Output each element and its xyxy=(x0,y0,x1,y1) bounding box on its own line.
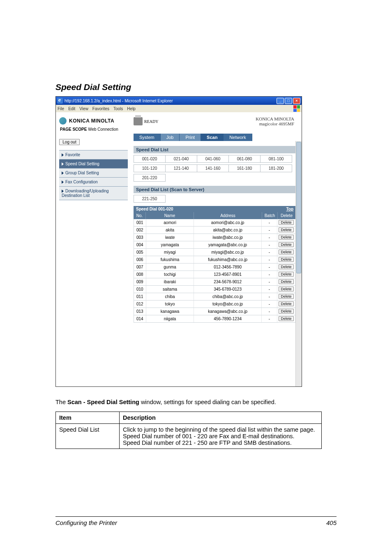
cell-batch: - xyxy=(262,249,277,256)
subbrand-prefix: PAGE SCOPE xyxy=(60,127,87,132)
delete-button[interactable]: Delete xyxy=(279,242,293,247)
cell-delete: Delete xyxy=(277,293,295,300)
delete-button[interactable]: Delete xyxy=(279,235,293,240)
cell-item: Speed Dial List xyxy=(56,423,120,449)
cell-delete: Delete xyxy=(277,234,295,241)
page-heading: Speed Dial Setting xyxy=(55,82,337,92)
footer-title: Configuring the Printer xyxy=(55,519,117,526)
range-link[interactable]: 001-020 xyxy=(134,155,166,163)
tab-job[interactable]: Job xyxy=(161,134,180,141)
th-description: Description xyxy=(120,412,322,423)
cell-no: 003 xyxy=(134,234,146,241)
minimize-button[interactable]: _ xyxy=(277,98,284,104)
delete-button[interactable]: Delete xyxy=(279,294,293,299)
sidebar-item-fax-config[interactable]: Fax Configuration xyxy=(59,177,128,186)
cell-name: iwate xyxy=(146,234,194,241)
table-row: 007gunma012-3456-7890-Delete xyxy=(134,264,296,271)
range-link[interactable]: 141-160 xyxy=(197,164,229,172)
cell-address: fukushima@abc.co.jp xyxy=(194,256,262,263)
cell-delete: Delete xyxy=(277,264,295,271)
cell-delete: Delete xyxy=(277,286,295,293)
delete-button[interactable]: Delete xyxy=(279,301,293,306)
menu-favorites[interactable]: Favorites xyxy=(92,106,109,111)
cell-no: 005 xyxy=(134,249,146,256)
cell-address: chiba@abc.co.jp xyxy=(194,293,262,300)
speed-dial-list-title: Speed Dial List xyxy=(134,146,296,153)
range-link[interactable]: 161-180 xyxy=(228,164,261,172)
cell-no: 012 xyxy=(134,301,146,308)
range-link[interactable]: 121-140 xyxy=(165,164,197,172)
cell-delete: Delete xyxy=(277,301,295,308)
cell-no: 004 xyxy=(134,241,146,248)
cell-delete: Delete xyxy=(277,249,295,256)
windows-logo-icon xyxy=(293,105,300,112)
range-link[interactable]: 061-080 xyxy=(228,155,261,163)
tab-scan[interactable]: Scan xyxy=(201,134,224,141)
delete-button[interactable]: Delete xyxy=(279,272,293,277)
sidebar-item-speed-dial[interactable]: Speed Dial Setting xyxy=(59,159,128,168)
cell-delete: Delete xyxy=(277,308,295,315)
delete-button[interactable]: Delete xyxy=(279,257,293,262)
cell-delete: Delete xyxy=(277,278,295,285)
scrollbar[interactable] xyxy=(295,141,302,386)
th-name: Name xyxy=(146,212,194,219)
delete-button[interactable]: Delete xyxy=(279,250,293,254)
scroll-thumb[interactable] xyxy=(296,142,301,273)
menubar: File Edit View Favorites Tools Help xyxy=(56,105,302,112)
range-link[interactable]: 021-040 xyxy=(165,155,197,163)
cell-name: fukushima xyxy=(146,256,194,263)
delete-button[interactable]: Delete xyxy=(279,316,293,321)
delete-button[interactable]: Delete xyxy=(279,227,293,232)
cell-batch: - xyxy=(262,278,277,285)
range-link[interactable]: 081-100 xyxy=(260,155,292,163)
delete-button[interactable]: Delete xyxy=(279,309,293,314)
top-link[interactable]: Top xyxy=(286,207,293,211)
cell-name: chiba xyxy=(146,293,194,300)
menu-tools[interactable]: Tools xyxy=(113,106,123,111)
delete-button[interactable]: Delete xyxy=(279,287,293,291)
cell-delete: Delete xyxy=(277,256,295,263)
table-row: 011chibachiba@abc.co.jp-Delete xyxy=(134,293,296,301)
menu-edit[interactable]: Edit xyxy=(68,106,75,111)
main-panel: READY KONICA MINOLTA magicolor 4695MF Sy… xyxy=(131,112,302,386)
sidebar-item-download-upload[interactable]: Downloading/Uploading Destination List xyxy=(59,186,128,200)
menu-help[interactable]: Help xyxy=(127,106,136,111)
tab-print[interactable]: Print xyxy=(180,134,201,141)
cell-address: 345-6789-0123 xyxy=(194,286,262,293)
cell-no: 013 xyxy=(134,308,146,315)
subbrand-text: Web Connection xyxy=(88,127,118,132)
range-link[interactable]: 201-220 xyxy=(134,174,166,182)
logout-button[interactable]: Log out xyxy=(59,139,80,145)
subbrand: PAGE SCOPE Web Connection xyxy=(59,126,128,136)
tab-bar: System Job Print Scan Network xyxy=(134,134,298,141)
sidebar-item-favorite[interactable]: Favorite xyxy=(59,150,128,159)
list-range-title: Speed Dial 001-020 xyxy=(136,207,173,211)
cell-name: miyagi xyxy=(146,249,194,256)
tab-network[interactable]: Network xyxy=(224,134,252,141)
range-link[interactable]: 181-200 xyxy=(260,164,292,172)
tab-system[interactable]: System xyxy=(134,134,161,141)
menu-file[interactable]: File xyxy=(58,106,64,111)
scan-server-title: Speed Dial List (Scan to Server) xyxy=(134,186,296,193)
delete-button[interactable]: Delete xyxy=(279,264,293,269)
range-link[interactable]: 041-060 xyxy=(197,155,229,163)
cell-name: tokyo xyxy=(146,301,194,308)
sidebar-item-group-dial[interactable]: Group Dial Setting xyxy=(59,168,128,177)
delete-button[interactable]: Delete xyxy=(279,220,293,225)
range-link[interactable]: 101-120 xyxy=(134,164,166,172)
maximize-button[interactable]: □ xyxy=(285,98,292,104)
range-link[interactable]: 221-250 xyxy=(134,195,166,203)
menu-view[interactable]: View xyxy=(79,106,88,111)
close-button[interactable]: × xyxy=(293,98,300,104)
brand-logo-icon xyxy=(59,117,67,125)
delete-button[interactable]: Delete xyxy=(279,279,293,284)
th-delete: Delete xyxy=(278,212,296,219)
table-row: 004yamagatayamagata@abc.co.jp-Delete xyxy=(134,241,296,249)
window-titlebar: http://192.168.1.2/a_index.html - Micros… xyxy=(56,97,302,105)
sidebar-label: Favorite xyxy=(65,153,80,157)
cell-batch: - xyxy=(262,301,277,308)
brand-full: KONICA MINOLTA xyxy=(256,116,294,121)
cell-batch: - xyxy=(262,315,277,322)
chevron-right-icon xyxy=(62,153,64,157)
cell-batch: - xyxy=(262,286,277,293)
